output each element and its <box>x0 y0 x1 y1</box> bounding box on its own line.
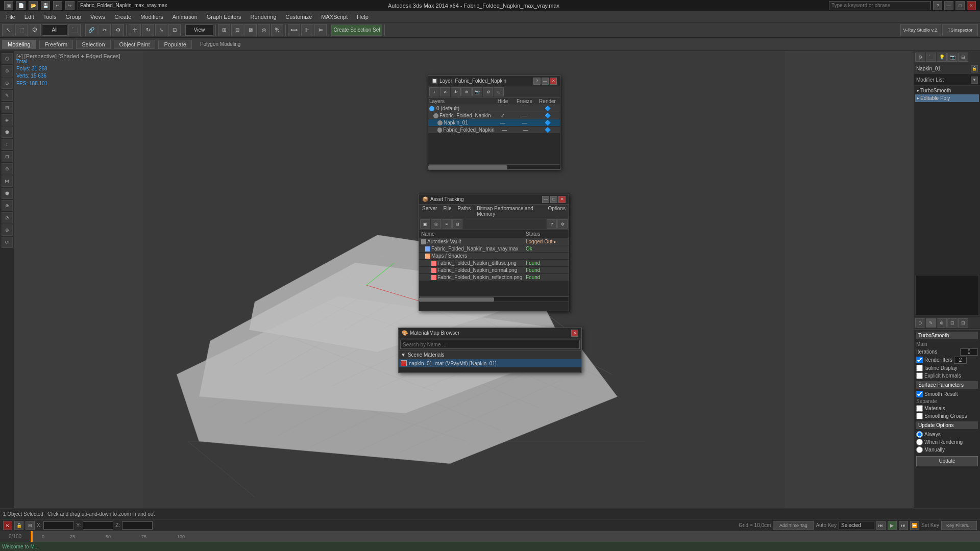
align-btn[interactable]: ⊩ <box>301 24 313 36</box>
asset-tb-5[interactable]: ? <box>547 219 557 229</box>
snap2d-btn[interactable]: ⊟ <box>231 24 243 36</box>
lasso-btn[interactable]: ⭗ <box>29 24 41 36</box>
tab-freeform[interactable]: Freeform <box>39 40 74 49</box>
selected-dropdown[interactable]: Selected <box>839 521 874 530</box>
snap-toggle[interactable]: ⊞ <box>218 24 230 36</box>
end-frame-btn[interactable]: ⏩ <box>910 521 919 530</box>
layer-hide-1[interactable]: ✓ <box>493 113 513 118</box>
asset-tb-2[interactable]: ⊞ <box>431 219 441 229</box>
asset-window-header[interactable]: 📦 Asset Tracking — □ ✕ <box>419 194 569 205</box>
asset-tb-4[interactable]: ⊟ <box>452 219 462 229</box>
layer-row-0[interactable]: 0 (default) 🔷 <box>428 105 560 112</box>
rp-icon-3[interactable]: 💡 <box>937 53 947 62</box>
asset-row-3[interactable]: Fabric_Folded_Napkin_diffuse.png Found <box>419 260 569 267</box>
asset-close-btn[interactable]: ✕ <box>558 196 566 203</box>
left-icon-7[interactable]: ⬟ <box>2 127 13 138</box>
isoline-check[interactable] <box>916 365 923 371</box>
layer-close-btn[interactable]: ✕ <box>550 78 557 85</box>
asset-row-2[interactable]: Maps / Shaders <box>419 253 569 260</box>
select-region-btn[interactable]: ⬚ <box>15 24 28 36</box>
layer-del-btn[interactable]: ✕ <box>440 87 450 96</box>
z-input[interactable] <box>122 521 153 530</box>
pt-icon-5[interactable]: ⊞ <box>958 318 968 328</box>
lock-icon[interactable]: 🔒 <box>14 521 23 530</box>
asset-tb-6[interactable]: ⚙ <box>557 219 568 229</box>
modifier-list-arrow[interactable]: ▼ <box>971 77 978 84</box>
key-icon[interactable]: K <box>3 521 12 530</box>
new-btn[interactable]: 📄 <box>16 1 26 10</box>
asset-tb-3[interactable]: ≡ <box>442 219 452 229</box>
squash-btn[interactable]: ⊡ <box>168 24 181 36</box>
menu-customize[interactable]: Customize <box>281 13 316 21</box>
menu-views[interactable]: Views <box>86 13 109 21</box>
modifier-turbosmooth[interactable]: ▸ TurboSmooth <box>915 87 979 94</box>
prev-frame-btn[interactable]: ⏮ <box>876 521 886 530</box>
save-btn[interactable]: 💾 <box>41 1 50 10</box>
layer-hide-3[interactable]: — <box>495 127 514 133</box>
left-icon-16[interactable]: ⟳ <box>2 237 13 248</box>
view-dropdown[interactable]: View <box>185 24 213 36</box>
minimize-btn[interactable]: — <box>944 1 953 10</box>
grid-icon[interactable]: ⊞ <box>26 521 35 530</box>
matmap-window-header[interactable]: 🎨 Material/Map Browser ✕ <box>399 328 581 338</box>
layer-eye-btn[interactable]: 👁 <box>451 87 461 96</box>
filter-dropdown[interactable]: All <box>42 24 67 36</box>
matmap-section-header[interactable]: ▼ Scene Materials <box>401 352 579 358</box>
layer-render-3[interactable]: 🔷 <box>536 127 559 133</box>
turbosmooth-header[interactable]: TurboSmooth <box>916 332 978 339</box>
x-input[interactable] <box>43 521 74 530</box>
left-icon-5[interactable]: ⊞ <box>2 102 13 113</box>
pt-icon-2[interactable]: ✎ <box>926 318 936 328</box>
ts-inspector-btn[interactable]: TSInspector <box>942 24 978 36</box>
layer-min-btn[interactable]: — <box>542 78 549 85</box>
layer-hide-2[interactable]: — <box>493 120 513 126</box>
link-btn[interactable]: 🔗 <box>85 24 97 36</box>
search-input[interactable] <box>831 3 928 8</box>
asset-menu-bitmap[interactable]: Bitmap Performance and Memory <box>474 205 545 218</box>
close-btn[interactable]: ✕ <box>967 1 976 10</box>
matmap-item-row[interactable]: napkin_01_mat (VRayMtl) [Napkin_01] <box>399 359 581 367</box>
update-options-header[interactable]: Update Options <box>916 421 978 429</box>
bind-btn[interactable]: ⚙ <box>112 24 124 36</box>
menu-animation[interactable]: Animation <box>168 13 202 21</box>
open-btn[interactable]: 📂 <box>29 1 38 10</box>
mirror-btn[interactable]: ⟺ <box>288 24 300 36</box>
rp-icon-4[interactable]: 📷 <box>947 53 958 62</box>
left-icon-4[interactable]: ✎ <box>2 90 13 101</box>
asset-row-5[interactable]: Fabric_Folded_Napkin_reflection.png Foun… <box>419 274 569 281</box>
asset-scrollbar[interactable] <box>419 296 569 302</box>
asset-row-4[interactable]: Fabric_Folded_Napkin_normal.png Found <box>419 267 569 274</box>
undo-btn[interactable]: ↩ <box>53 1 62 10</box>
render-iters-input[interactable] <box>954 357 967 364</box>
snap-angle-btn[interactable]: ◎ <box>258 24 270 36</box>
asset-menu-paths[interactable]: Paths <box>455 205 474 218</box>
y-input[interactable] <box>83 521 113 530</box>
menu-create[interactable]: Create <box>110 13 135 21</box>
next-frame-btn[interactable]: ⏭ <box>899 521 908 530</box>
menu-tools[interactable]: Tools <box>39 13 61 21</box>
rp-icon-1[interactable]: ⚙ <box>915 53 925 62</box>
left-icon-1[interactable]: ⬡ <box>2 53 13 64</box>
object-name-lock[interactable]: 🔒 <box>971 65 978 72</box>
asset-row-0[interactable]: Autodesk Vault Logged Out ▸ <box>419 238 569 245</box>
layer-help-btn[interactable]: ? <box>533 78 541 85</box>
menu-edit[interactable]: Edit <box>20 13 38 21</box>
menu-rendering[interactable]: Rendering <box>247 13 281 21</box>
when-rendering-radio[interactable] <box>916 439 923 445</box>
left-icon-10[interactable]: ⊛ <box>2 163 13 174</box>
snap3d-btn[interactable]: ⊠ <box>244 24 257 36</box>
vray-btn[interactable]: V-Ray Studio v.2. <box>900 24 941 36</box>
menu-help[interactable]: Help <box>353 13 373 21</box>
menu-maxscript[interactable]: MAXScript <box>317 13 352 21</box>
matmap-search-input[interactable] <box>400 340 580 349</box>
pt-icon-4[interactable]: ⊟ <box>947 318 958 328</box>
asset-row-1[interactable]: Fabric_Folded_Napkin_max_vray.max Ok <box>419 245 569 253</box>
manually-radio[interactable] <box>916 446 923 453</box>
tab-modeling[interactable]: Modeling <box>2 40 36 49</box>
layer-freeze-2[interactable]: — <box>513 120 536 126</box>
update-btn[interactable]: Update <box>916 456 978 466</box>
select-all-btn[interactable]: ⬛ <box>68 24 81 36</box>
search-box[interactable] <box>829 1 931 10</box>
layer-render-0[interactable]: 🔷 <box>536 106 559 111</box>
timeline-playhead[interactable] <box>31 531 33 542</box>
